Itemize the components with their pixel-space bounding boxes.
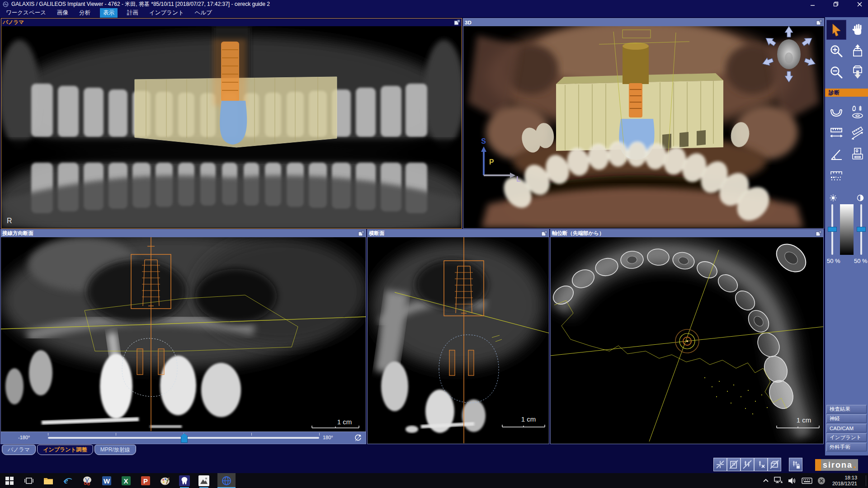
tab-panorama[interactable]: パノラマ bbox=[2, 445, 36, 455]
tool-implant-case[interactable] bbox=[848, 102, 868, 122]
dental-arch-icon bbox=[829, 104, 844, 120]
nav-cadcam[interactable]: CAD/CAM bbox=[826, 424, 867, 432]
show-desktop-divider[interactable] bbox=[866, 475, 866, 486]
menu-plan[interactable]: 計画 bbox=[126, 8, 140, 18]
taskbar-word[interactable]: W bbox=[101, 473, 113, 488]
plan-slash-icon bbox=[729, 460, 739, 469]
tab-mpr-radiology[interactable]: MPR/放射線 bbox=[94, 445, 136, 455]
tray-network-icon[interactable] bbox=[774, 477, 783, 484]
toggle-lock-implants[interactable] bbox=[789, 458, 802, 471]
tab-implant-adjust[interactable]: インプラント調整 bbox=[37, 445, 93, 455]
task-view-button[interactable] bbox=[23, 473, 35, 488]
task-view-icon bbox=[24, 477, 33, 485]
menu-view[interactable]: 表示 bbox=[100, 8, 118, 18]
taskbar-file-explorer[interactable] bbox=[42, 473, 54, 488]
menu-analysis[interactable]: 分析 bbox=[78, 8, 92, 18]
excel-icon: X bbox=[121, 476, 131, 486]
tool-measure-angle[interactable] bbox=[826, 145, 846, 164]
folder-icon bbox=[43, 477, 53, 485]
box-export-icon bbox=[850, 65, 865, 80]
tool-calibration-scale[interactable] bbox=[826, 166, 846, 186]
brightness-slider[interactable] bbox=[828, 204, 837, 255]
nav-surgery[interactable]: 外科手術 bbox=[826, 443, 867, 451]
panel-tangential: 接線方向断面 bbox=[0, 229, 366, 444]
tangential-ct-image: 1 cm bbox=[1, 237, 366, 431]
cross-maximize-icon[interactable] bbox=[541, 230, 547, 236]
menu-help[interactable]: ヘルプ bbox=[193, 8, 213, 18]
toggle-delete-implant[interactable] bbox=[754, 458, 768, 471]
titlebar: GALAXIS / GALILEOS Implant Viewer - 4762… bbox=[0, 0, 868, 8]
minimize-button[interactable] bbox=[807, 0, 817, 8]
implant-lock-icon bbox=[791, 460, 801, 469]
tray-keyboard-icon[interactable] bbox=[802, 477, 812, 484]
contrast-slider-handle[interactable] bbox=[857, 227, 866, 232]
axis-label-p: P bbox=[489, 158, 494, 166]
tangential-maximize-icon[interactable] bbox=[358, 230, 364, 236]
rotation-reset-icon[interactable] bbox=[354, 434, 362, 442]
contrast-slider[interactable] bbox=[857, 204, 866, 255]
taskbar-clock[interactable]: 18:13 2018/12/21 bbox=[832, 475, 857, 487]
measure-angle-icon bbox=[829, 147, 844, 162]
tool-export-volume[interactable] bbox=[848, 62, 868, 82]
axial-viewport[interactable]: 1 cm bbox=[551, 237, 823, 443]
menu-image[interactable]: 画像 bbox=[56, 8, 70, 18]
taskbar-paint[interactable] bbox=[159, 473, 171, 488]
cross-titlebar: 横断面 bbox=[368, 230, 549, 237]
axial-titlebar: 軸位断（先端部から） bbox=[551, 230, 823, 237]
tool-zoom-in[interactable] bbox=[826, 41, 846, 61]
close-button[interactable] bbox=[854, 0, 864, 8]
cross-viewport[interactable]: 1 cm bbox=[368, 237, 549, 443]
tray-volume-icon[interactable] bbox=[788, 477, 797, 484]
panorama-title: パノラマ bbox=[3, 19, 24, 26]
svg-text:X: X bbox=[124, 477, 128, 485]
taskbar-dental-app[interactable] bbox=[179, 473, 190, 488]
3d-maximize-icon[interactable] bbox=[816, 19, 822, 25]
tool-measure-distance[interactable] bbox=[826, 123, 846, 143]
rotation-slider-strip: -180° 180° bbox=[1, 432, 366, 444]
start-button[interactable] bbox=[4, 473, 15, 488]
nav-implant[interactable]: インプラント bbox=[826, 433, 867, 442]
tray-status-x-icon[interactable] bbox=[817, 477, 826, 485]
measure-oblique-icon bbox=[850, 126, 865, 141]
taskbar-galaxis-active[interactable] bbox=[217, 473, 236, 488]
taskbar-excel[interactable]: X bbox=[120, 473, 132, 488]
right-toolbar: 診断 bbox=[825, 17, 868, 455]
tool-pan-hand[interactable] bbox=[848, 20, 868, 40]
calibration-scale-icon bbox=[829, 168, 844, 183]
rotation-slider-handle[interactable] bbox=[181, 433, 188, 443]
menubar: ワークスペース 画像 分析 表示 計画 インプラント ヘルプ bbox=[0, 8, 868, 17]
restore-button[interactable] bbox=[831, 0, 841, 8]
toggle-hide-crosshair[interactable] bbox=[713, 458, 727, 471]
cross-ct-image: 1 cm bbox=[368, 237, 549, 443]
tool-zoom-out[interactable] bbox=[826, 62, 846, 82]
taskbar-snipping-tool[interactable] bbox=[81, 473, 93, 488]
app-logo-icon bbox=[3, 1, 9, 7]
panorama-viewport[interactable]: R bbox=[1, 26, 462, 228]
toggle-hide-guide[interactable] bbox=[768, 458, 781, 471]
brightness-slider-handle[interactable] bbox=[828, 227, 837, 232]
menu-workspace[interactable]: ワークスペース bbox=[5, 8, 47, 18]
toggle-hide-implants[interactable] bbox=[741, 458, 754, 471]
panorama-maximize-icon[interactable] bbox=[454, 19, 460, 25]
tangential-viewport[interactable]: 1 cm bbox=[1, 237, 366, 431]
tool-print[interactable] bbox=[848, 145, 868, 164]
taskbar-photos[interactable] bbox=[198, 473, 210, 488]
tray-chevron-up-icon[interactable] bbox=[763, 478, 769, 483]
rotation-slider-track[interactable] bbox=[48, 437, 319, 439]
panel-cross-section: 横断面 bbox=[367, 229, 549, 444]
3d-viewport[interactable]: S P L bbox=[463, 26, 824, 228]
tool-dental-arch[interactable] bbox=[826, 102, 846, 122]
nav-exam-results[interactable]: 検査結果 bbox=[826, 405, 867, 413]
menu-implant[interactable]: インプラント bbox=[148, 8, 185, 18]
taskbar-internet-explorer[interactable]: e bbox=[62, 473, 74, 488]
nav-nerve[interactable]: 神経 bbox=[826, 414, 867, 423]
tool-measure-oblique[interactable] bbox=[848, 123, 868, 143]
axis-label-l: L bbox=[516, 175, 521, 183]
toggle-hide-plan[interactable] bbox=[727, 458, 741, 471]
axial-maximize-icon[interactable] bbox=[816, 230, 822, 236]
tool-select-cursor[interactable] bbox=[826, 20, 846, 40]
tangential-title: 接線方向断面 bbox=[2, 230, 33, 237]
clock-time: 18:13 bbox=[832, 475, 857, 481]
taskbar-powerpoint[interactable]: P bbox=[140, 473, 151, 488]
tool-import-volume[interactable] bbox=[848, 41, 868, 61]
